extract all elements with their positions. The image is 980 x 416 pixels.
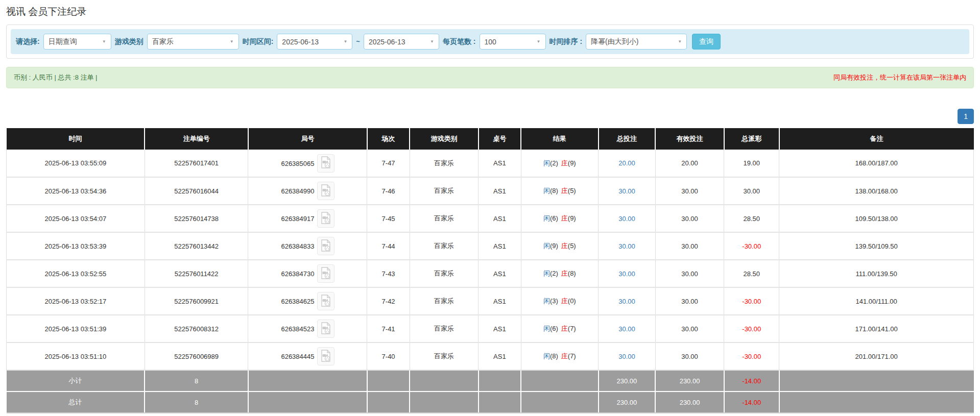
total-bet-link[interactable]: 30.00	[618, 353, 635, 360]
banker-score: (5)	[568, 187, 576, 194]
valid-bet-cell: 30.00	[655, 342, 724, 370]
table-row: 2025-06-13 03:52:17 522576009921 6263846…	[7, 287, 974, 315]
payout-cell: -30.00	[724, 232, 779, 260]
result-cell: 闲(9)庄(5)	[521, 232, 599, 260]
total-bet-cell: 30.00	[599, 177, 656, 205]
banker-label: 庄	[561, 325, 568, 332]
total-bet-link[interactable]: 30.00	[618, 325, 635, 333]
search-button[interactable]: 查询	[692, 34, 721, 50]
date-from-value: 2025-06-13	[282, 38, 319, 46]
game-category-cell: 百家乐	[410, 205, 478, 232]
total-bet-link[interactable]: 20.00	[618, 159, 635, 167]
result-cell: 闲(8)庄(5)	[521, 177, 599, 205]
table-header-row: 时间 注单编号 局号 场次 游戏类别 桌号 结果 总投注 有效投注 总派彩 备注	[7, 128, 974, 150]
table-row: 2025-06-13 03:55:09 522576017401 6263850…	[7, 150, 974, 177]
bet-id-cell: 522576017401	[145, 150, 248, 177]
round-id: 626384990	[281, 187, 314, 195]
video-replay-button[interactable]	[317, 237, 334, 255]
player-score: (2)	[550, 270, 558, 277]
game-category-select[interactable]: 百家乐 ▼	[147, 34, 239, 50]
total-bet-link[interactable]: 30.00	[618, 270, 635, 278]
total-bet-link[interactable]: 30.00	[618, 187, 635, 195]
query-type-select[interactable]: 日期查询 ▼	[43, 34, 111, 50]
sort-order-select[interactable]: 降幂(由大到小) ▼	[586, 34, 687, 50]
per-page-select[interactable]: 100 ▼	[480, 34, 546, 50]
video-file-icon	[321, 156, 331, 170]
bet-time-cell: 2025-06-13 03:55:09	[7, 150, 145, 177]
bet-id-cell: 522576014738	[145, 205, 248, 232]
col-header-valid-bet: 有效投注	[655, 128, 724, 150]
bet-time-cell: 2025-06-13 03:54:36	[7, 177, 145, 205]
valid-bet-cell: 30.00	[655, 260, 724, 287]
banker-label: 庄	[561, 214, 568, 222]
note-cell: 111.00/139.50	[779, 260, 974, 287]
total-bet-link[interactable]: 30.00	[618, 298, 635, 305]
banker-score: (7)	[568, 325, 576, 332]
table-row: 2025-06-13 03:54:36 522576016044 6263849…	[7, 177, 974, 205]
table-number-cell: AS1	[479, 232, 521, 260]
banker-label: 庄	[561, 352, 568, 360]
pagination: 1	[6, 109, 974, 124]
note-cell: 141.00/111.00	[779, 287, 974, 315]
video-replay-button[interactable]	[317, 292, 334, 310]
round-cell: 626384730	[248, 260, 367, 287]
table-number-cell: AS1	[479, 205, 521, 232]
col-header-time: 时间	[7, 128, 145, 150]
chevron-down-icon: ▼	[102, 39, 106, 44]
result-cell: 闲(3)庄(0)	[521, 287, 599, 315]
round-id: 626384523	[281, 325, 314, 333]
table-row: 2025-06-13 03:51:10 522576006989 6263844…	[7, 342, 974, 370]
session-cell: 7-44	[367, 232, 410, 260]
note-cell: 109.50/138.00	[779, 205, 974, 232]
valid-bet-cell: 30.00	[655, 205, 724, 232]
total-bet-link[interactable]: 30.00	[618, 242, 635, 250]
query-type-label: 请选择:	[16, 37, 40, 46]
payout-cell: 28.50	[724, 260, 779, 287]
player-label: 闲	[543, 214, 550, 222]
player-label: 闲	[543, 242, 550, 250]
video-replay-button[interactable]	[317, 320, 334, 338]
video-replay-button[interactable]	[317, 182, 334, 200]
session-cell: 7-45	[367, 205, 410, 232]
table-number-cell: AS1	[479, 287, 521, 315]
player-score: (2)	[550, 159, 558, 167]
round-id: 626384917	[281, 215, 314, 223]
col-header-table-no: 桌号	[479, 128, 521, 150]
result-cell: 闲(2)庄(9)	[521, 150, 599, 177]
note-cell: 139.50/109.50	[779, 232, 974, 260]
bet-id-cell: 522576006989	[145, 342, 248, 370]
date-from-select[interactable]: 2025-06-13 ▼	[277, 34, 352, 50]
video-replay-button[interactable]	[317, 209, 334, 228]
footer-empty-cell	[367, 391, 410, 413]
chevron-down-icon: ▼	[343, 39, 347, 44]
table-row: 2025-06-13 03:53:39 522576013442 6263848…	[7, 232, 974, 260]
total-bet-cell: 30.00	[599, 315, 656, 342]
banker-label: 庄	[561, 270, 568, 277]
bet-time-cell: 2025-06-13 03:54:07	[7, 205, 145, 232]
page-container: 视讯 会员下注纪录 请选择: 日期查询 ▼ 游戏类别 百家乐 ▼ 时间区间: 2…	[0, 0, 980, 413]
round-cell: 626384523	[248, 315, 367, 342]
player-label: 闲	[543, 270, 550, 277]
chevron-down-icon: ▼	[678, 39, 682, 44]
video-replay-button[interactable]	[317, 154, 334, 173]
subtotal-count: 8	[145, 370, 248, 391]
video-file-icon	[321, 184, 331, 198]
video-file-icon	[321, 322, 331, 336]
sort-order-value: 降幂(由大到小)	[591, 37, 638, 46]
round-id: 626384730	[281, 270, 314, 278]
player-score: (8)	[550, 187, 558, 194]
player-score: (3)	[550, 297, 558, 305]
banker-label: 庄	[561, 297, 568, 305]
total-bet-link[interactable]: 30.00	[618, 215, 635, 223]
query-type-value: 日期查询	[49, 37, 77, 46]
video-file-icon	[321, 212, 331, 226]
pagination-page-1[interactable]: 1	[958, 109, 974, 124]
bet-id-cell: 522576011422	[145, 260, 248, 287]
player-score: (8)	[550, 352, 558, 360]
grand-total-payout: -14.00	[724, 391, 779, 413]
table-number-cell: AS1	[479, 315, 521, 342]
video-file-icon	[321, 350, 331, 363]
video-replay-button[interactable]	[317, 347, 334, 365]
video-replay-button[interactable]	[317, 264, 334, 283]
date-to-select[interactable]: 2025-06-13 ▼	[364, 34, 439, 50]
